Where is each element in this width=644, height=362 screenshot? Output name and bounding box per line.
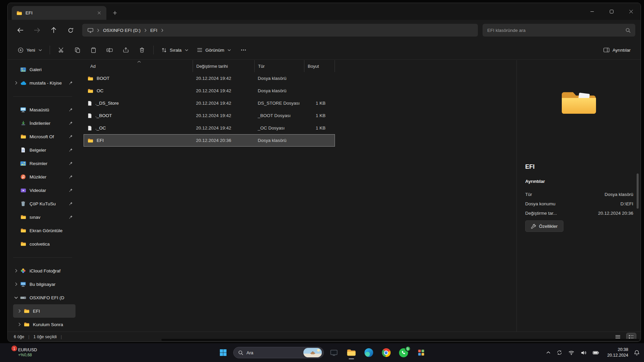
widget-text: EUR/USD +%0,68 <box>18 347 37 358</box>
cut-button[interactable] <box>54 43 69 57</box>
file-row[interactable]: EFI20.12.2024 20:36Dosya klasörü <box>84 134 335 147</box>
chevron-right-icon[interactable] <box>12 269 20 273</box>
search-icon <box>626 28 631 33</box>
sidebar-item-resimler[interactable]: Resimler <box>10 157 76 170</box>
sidebar-item-osxinfo-efi-d[interactable]: OSXINFO EFI (D <box>10 291 76 304</box>
sidebar-item-efi[interactable]: EFI <box>13 304 76 318</box>
maximize-button[interactable] <box>602 3 621 20</box>
column-header-boyut[interactable]: Boyut <box>304 60 335 72</box>
sidebar-item-m-zikler[interactable]: Müzikler <box>10 170 76 184</box>
file-name: OC <box>97 88 103 93</box>
whatsapp-taskbar-button[interactable]: 9 <box>396 345 411 360</box>
properties-button[interactable]: Özellikler <box>525 220 563 232</box>
copy-button[interactable] <box>70 43 85 57</box>
up-button[interactable] <box>47 24 61 37</box>
file-row[interactable]: BOOT20.12.2024 19:42Dosya klasörü <box>84 72 335 85</box>
sidebar-item-masa-st[interactable]: Masaüstü <box>10 103 76 116</box>
vertical-scrollbar[interactable] <box>637 173 639 209</box>
rename-button[interactable] <box>102 43 117 57</box>
chevron-down-icon[interactable] <box>12 296 20 299</box>
property-value: Dosya klasörü <box>604 192 633 197</box>
details-pane: EFI Ayrıntılar TürDosya klasörüDosya kon… <box>516 60 641 331</box>
sidebar-item-kurulum-sonra[interactable]: Kurulum Sonra <box>13 318 76 331</box>
chevron-right-icon[interactable] <box>12 81 20 85</box>
edge-browser-taskbar-button[interactable] <box>361 345 376 360</box>
sidebar-item-microsoft-of[interactable]: Microsoft Of <box>10 130 76 143</box>
column-header-de-i-tirme-tarihi[interactable]: Değiştirme tarihi <box>193 60 254 72</box>
view-button[interactable]: Görünüm <box>193 43 235 57</box>
file-row[interactable]: ._DS_Store20.12.2024 19:42DS_STORE Dosya… <box>84 97 335 109</box>
sidebar-item-galeri[interactable]: Galeri <box>10 63 76 76</box>
taskbar-search[interactable]: Ara <box>233 347 324 358</box>
property-value: 20.12.2024 20:36 <box>598 211 633 216</box>
sidebar-item-coolvetica[interactable]: coolvetica <box>10 237 76 251</box>
new-tab-button[interactable] <box>109 7 120 18</box>
start-button[interactable] <box>216 345 231 360</box>
chrome-browser-taskbar-button[interactable] <box>379 345 394 360</box>
file-row[interactable]: ._BOOT20.12.2024 19:42_BOOT Dosyası1 KB <box>84 109 335 122</box>
file-explorer-taskbar-button[interactable] <box>344 345 359 360</box>
breadcrumb-item[interactable]: OSXINFO EFI (D:) <box>100 26 143 35</box>
plus-circle-icon <box>18 47 23 53</box>
chevron-right-icon[interactable] <box>16 322 23 326</box>
sidebar-item-label: Microsoft Of <box>30 134 69 139</box>
wifi-icon[interactable] <box>566 346 576 359</box>
window-controls <box>582 3 641 20</box>
sidebar-item-s-nav[interactable]: sınav <box>10 210 76 224</box>
sidebar-item-videolar[interactable]: Videolar <box>10 184 76 197</box>
forward-button[interactable] <box>30 24 44 37</box>
sidebar-item-belgeler[interactable]: Belgeler <box>10 143 76 157</box>
details-pane-toggle[interactable]: Ayrıntılar <box>599 43 635 57</box>
volume-icon[interactable] <box>579 346 588 359</box>
sidebar-item-icloud-foto-raf[interactable]: iCloud Fotoğraf <box>10 264 76 277</box>
tab-efi[interactable]: EFI <box>12 6 106 20</box>
horizontal-scrollbar[interactable] <box>161 339 639 341</box>
paste-button[interactable] <box>86 43 101 57</box>
file-name: BOOT <box>97 76 109 81</box>
file-row[interactable]: OC20.12.2024 19:42Dosya klasörü <box>84 85 335 97</box>
search-box[interactable] <box>483 24 635 37</box>
desktop-app-taskbar-button[interactable] <box>327 345 341 360</box>
file-row[interactable]: ._OC20.12.2024 19:42_OC Dosyası1 KB <box>84 122 335 134</box>
sync-icon[interactable] <box>555 346 564 359</box>
sidebar-item-p-kutusu[interactable]: ÇöP KuTuSu <box>10 197 76 210</box>
file-size-cell: 1 KB <box>304 101 335 106</box>
pin-icon <box>69 215 73 219</box>
tab-close-icon[interactable] <box>95 9 103 17</box>
file-icon <box>88 101 92 106</box>
breadcrumb-chevron-icon <box>96 29 100 32</box>
file-name-cell: ._OC <box>84 125 193 131</box>
sidebar-item-bu-bilgisayar[interactable]: Bu bilgisayar <box>10 277 76 291</box>
property-label: Tür <box>525 192 532 197</box>
refresh-button[interactable] <box>63 24 78 37</box>
sidebar-item-label: Resimler <box>30 161 69 166</box>
delete-button[interactable] <box>134 43 150 57</box>
sidebar-item-ekran-g-r-nt-le[interactable]: Ekran Görüntüle <box>10 224 76 237</box>
search-input[interactable] <box>487 28 626 33</box>
notifications-button[interactable] <box>632 346 641 359</box>
widgets-button[interactable]: 1 EUR/USD +%0,68 <box>7 343 40 362</box>
sort-button[interactable]: Sırala <box>157 43 192 57</box>
chevron-right-icon[interactable] <box>12 282 20 286</box>
taskbar-clock[interactable]: 20:38 20.12.2024 <box>604 347 631 358</box>
sidebar-item-i-ndirilenler[interactable]: İndirilenler <box>10 116 76 130</box>
address-bar[interactable]: OSXINFO EFI (D:)EFI <box>82 24 478 37</box>
battery-icon[interactable] <box>591 346 601 359</box>
new-button[interactable]: Yeni <box>14 43 46 57</box>
chevron-right-icon[interactable] <box>16 309 23 313</box>
tray-overflow-chevron-icon[interactable] <box>544 346 552 359</box>
breadcrumb-item[interactable]: EFI <box>148 26 160 35</box>
chevron-down-icon <box>39 49 42 51</box>
sidebar-item-mustafa-ki-ise[interactable]: mustafa - Kişise <box>10 76 76 90</box>
back-button[interactable] <box>13 24 27 37</box>
minimize-button[interactable] <box>582 3 602 20</box>
colored-grid-app-taskbar-button[interactable] <box>414 345 429 360</box>
close-window-button[interactable] <box>621 3 641 20</box>
more-options-button[interactable] <box>236 43 251 57</box>
bin-icon <box>20 201 27 206</box>
share-button[interactable] <box>118 43 134 57</box>
wrench-icon <box>531 224 536 229</box>
file-modified-cell: 20.12.2024 19:42 <box>193 88 254 93</box>
file-name-cell: BOOT <box>84 76 193 81</box>
column-header-t-r[interactable]: Tür <box>254 60 304 72</box>
